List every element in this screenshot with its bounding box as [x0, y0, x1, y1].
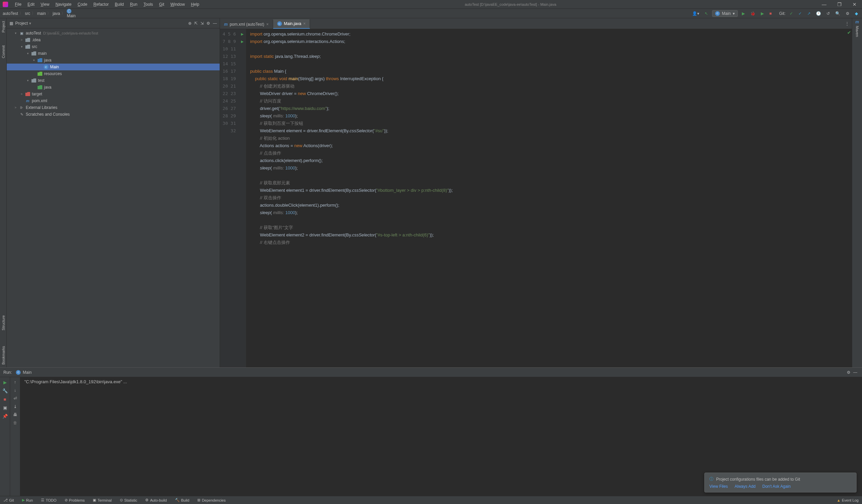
pin-icon[interactable]: 📌: [2, 414, 8, 419]
down-icon[interactable]: ↓: [14, 388, 16, 393]
statusbar-auto-build[interactable]: ⚙Auto-build: [145, 498, 167, 502]
print-icon[interactable]: 🖶: [13, 412, 17, 417]
statusbar-run[interactable]: ▶Run: [22, 498, 33, 502]
tree-arrow-icon[interactable]: >: [19, 92, 24, 96]
tree-arrow-icon[interactable]: ▾: [26, 52, 30, 55]
statusbar-problems[interactable]: ⊘Problems: [65, 498, 84, 502]
tree-item-target[interactable]: >target: [7, 91, 220, 97]
editor-content[interactable]: 4 5 6 7 8 9 10 11 12 13 14 15 16 17 18 1…: [220, 29, 852, 367]
menu-code[interactable]: Code: [75, 1, 90, 8]
run-gutter[interactable]: ▶ ▶: [239, 29, 246, 367]
hide-panel-icon[interactable]: —: [213, 21, 217, 26]
tree-item-autotest[interactable]: ▾▣autoTestD:\javaEE_code\java-ee\autoTes…: [7, 30, 220, 37]
menu-window[interactable]: Window: [168, 1, 187, 8]
menu-navigate[interactable]: Navigate: [53, 1, 74, 8]
notif-action-always-add[interactable]: Always Add: [734, 484, 755, 489]
menu-git[interactable]: Git: [156, 1, 167, 8]
stop-button-icon[interactable]: ■: [768, 11, 773, 16]
tree-item-main[interactable]: ▾main: [7, 50, 220, 57]
search-icon[interactable]: 🔍: [834, 11, 842, 16]
git-push-icon[interactable]: ↗: [806, 11, 812, 16]
line-number-gutter[interactable]: 4 5 6 7 8 9 10 11 12 13 14 15 16 17 18 1…: [220, 29, 239, 367]
coverage-button-icon[interactable]: ▶: [759, 11, 765, 16]
tool-project[interactable]: Project: [1, 19, 6, 34]
tree-item-scratches-and-consoles[interactable]: ✎Scratches and Consoles: [7, 111, 220, 118]
menu-view[interactable]: View: [38, 1, 52, 8]
maximize-button[interactable]: ❐: [835, 1, 845, 8]
notif-action-view-files[interactable]: View Files: [709, 484, 728, 489]
debug-button-icon[interactable]: 🐞: [749, 11, 757, 16]
tree-item-java[interactable]: ▾java: [7, 57, 220, 64]
tool-maven[interactable]: Maven: [854, 24, 860, 38]
ide-features-icon[interactable]: ◆: [853, 11, 859, 16]
build-hammer-icon[interactable]: ↖: [703, 11, 709, 16]
console-output[interactable]: "C:\Program Files\Java\jdk1.8.0_192\bin\…: [20, 377, 862, 496]
tree-arrow-icon[interactable]: ▾: [32, 58, 36, 62]
statusbar-todo[interactable]: ☰TODO: [41, 498, 56, 502]
trash-icon[interactable]: 🗑: [13, 421, 17, 425]
tree-item-src[interactable]: ▾src: [7, 43, 220, 50]
tree-arrow-icon[interactable]: ▾: [14, 31, 17, 35]
tree-item-java[interactable]: java: [7, 84, 220, 91]
breadcrumb-item[interactable]: main: [37, 11, 46, 16]
breadcrumb-item[interactable]: java: [52, 11, 60, 16]
tree-item-test[interactable]: ▾test: [7, 77, 220, 84]
stop-icon[interactable]: ■: [4, 397, 6, 402]
layout-icon[interactable]: ▣: [3, 405, 7, 410]
git-rollback-icon[interactable]: ↺: [825, 11, 831, 16]
minimize-button[interactable]: ―: [819, 1, 829, 8]
run-button-icon[interactable]: ▶: [741, 11, 746, 16]
close-tab-icon[interactable]: ×: [266, 22, 269, 27]
statusbar-terminal[interactable]: ▣Terminal: [93, 498, 112, 502]
run-configuration-selector[interactable]: C Main ▾: [712, 10, 738, 17]
tree-item-main[interactable]: CMain: [7, 64, 220, 70]
collapse-all-icon[interactable]: ⇲: [200, 21, 204, 26]
statusbar-dependencies[interactable]: ⊞Dependencies: [197, 498, 225, 502]
editor-tab-main-java[interactable]: CMain.java×: [273, 19, 310, 29]
settings-icon[interactable]: ⚙: [845, 11, 851, 16]
breadcrumb-item[interactable]: CMain: [67, 9, 76, 18]
soft-wrap-icon[interactable]: ⏎: [14, 396, 17, 401]
git-update-icon[interactable]: ✓: [788, 11, 794, 16]
hide-run-panel-icon[interactable]: —: [852, 369, 859, 375]
git-history-icon[interactable]: 🕐: [814, 11, 822, 16]
menu-help[interactable]: Help: [188, 1, 202, 8]
notif-action-don-t-ask-again[interactable]: Don't Ask Again: [762, 484, 791, 489]
menu-edit[interactable]: Edit: [25, 1, 37, 8]
git-commit-icon[interactable]: ✓: [797, 11, 803, 16]
menu-refactor[interactable]: Refactor: [91, 1, 112, 8]
tool-bookmarks[interactable]: Bookmarks: [1, 343, 6, 367]
wrench-icon[interactable]: 🔧: [2, 388, 8, 394]
breadcrumb-item[interactable]: autoTest: [3, 11, 18, 16]
expand-all-icon[interactable]: ⇱: [194, 21, 198, 26]
tab-options-icon[interactable]: ⋮: [843, 18, 852, 29]
tree-item--idea[interactable]: >.idea: [7, 37, 220, 43]
close-button[interactable]: ✕: [850, 1, 859, 8]
scroll-end-icon[interactable]: ⤓: [14, 404, 17, 409]
tree-item-pom-xml[interactable]: mpom.xml: [7, 97, 220, 104]
statusbar-event-log[interactable]: ▲Event Log: [837, 498, 859, 502]
breadcrumb-item[interactable]: src: [25, 11, 30, 16]
menu-run[interactable]: Run: [127, 1, 140, 8]
tool-commit[interactable]: Commit: [1, 44, 6, 59]
statusbar-build[interactable]: 🔨Build: [175, 498, 189, 502]
tree-arrow-icon[interactable]: ▾: [26, 79, 30, 82]
menu-tools[interactable]: Tools: [141, 1, 156, 8]
close-tab-icon[interactable]: ×: [303, 21, 305, 26]
editor-tab-pom-xml-autotest-[interactable]: mpom.xml (autoTest)×: [220, 20, 273, 29]
project-tree[interactable]: ▾▣autoTestD:\javaEE_code\java-ee\autoTes…: [7, 28, 220, 367]
rerun-icon[interactable]: ▶: [3, 380, 7, 385]
run-settings-icon[interactable]: ⚙: [846, 369, 852, 375]
tree-arrow-icon[interactable]: >: [19, 38, 24, 42]
up-icon[interactable]: ↑: [14, 380, 16, 385]
locate-icon[interactable]: ⊕: [188, 21, 192, 26]
user-icon[interactable]: 👤▾: [691, 11, 701, 16]
tree-arrow-icon[interactable]: >: [14, 106, 17, 109]
panel-settings-icon[interactable]: ⚙: [207, 21, 210, 26]
statusbar-git[interactable]: ⎇Git: [3, 498, 14, 502]
code-editor[interactable]: import org.openqa.selenium.chrome.Chrome…: [246, 29, 852, 367]
tool-structure[interactable]: Structure: [1, 313, 6, 333]
no-problems-icon[interactable]: ✔: [847, 30, 851, 35]
menu-file[interactable]: File: [12, 1, 24, 8]
tree-item-external-libraries[interactable]: >⊪External Libraries: [7, 104, 220, 111]
